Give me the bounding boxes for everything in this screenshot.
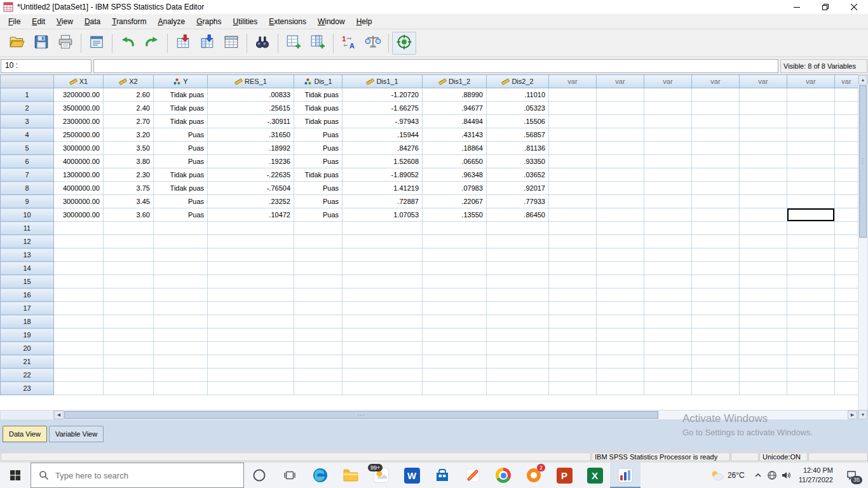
cell[interactable] xyxy=(342,262,423,275)
cell[interactable] xyxy=(644,382,692,395)
cell[interactable] xyxy=(487,342,549,355)
cell[interactable]: 2.60 xyxy=(104,88,154,102)
row-header[interactable]: 12 xyxy=(1,235,54,248)
cell[interactable] xyxy=(549,168,597,182)
cell[interactable] xyxy=(835,248,858,262)
cell[interactable] xyxy=(154,275,208,288)
horizontal-scrollbar[interactable]: ◀ ··· ▶ xyxy=(53,410,858,420)
cell[interactable] xyxy=(208,248,294,262)
cell[interactable]: 3.80 xyxy=(104,155,154,168)
cell[interactable] xyxy=(597,382,644,395)
cell[interactable]: Puas xyxy=(154,142,208,155)
cell[interactable]: .18992 xyxy=(208,142,294,155)
cell[interactable]: .84494 xyxy=(423,115,487,128)
cell-editor[interactable] xyxy=(93,59,778,73)
cell[interactable] xyxy=(423,288,487,302)
cell[interactable]: Tidak puas xyxy=(154,182,208,195)
cell[interactable] xyxy=(597,342,644,355)
cell[interactable] xyxy=(208,382,294,395)
cell[interactable] xyxy=(787,342,835,355)
cell[interactable] xyxy=(740,182,787,195)
cell[interactable] xyxy=(549,329,597,342)
cell[interactable] xyxy=(294,248,342,262)
menu-graphs[interactable]: Graphs xyxy=(191,15,227,29)
cell[interactable] xyxy=(835,115,858,128)
cell[interactable] xyxy=(423,329,487,342)
scroll-left-arrow-icon[interactable]: ◀ xyxy=(54,410,64,419)
vertical-scrollbar[interactable]: ▲ ··· ▼ xyxy=(858,74,868,420)
cell[interactable] xyxy=(549,275,597,288)
cell[interactable]: 3.75 xyxy=(104,182,154,195)
cell[interactable]: 2300000.00 xyxy=(54,115,104,128)
row-header[interactable]: 15 xyxy=(1,275,54,288)
cell[interactable] xyxy=(835,262,858,275)
network-status[interactable] xyxy=(765,463,779,488)
cell[interactable] xyxy=(835,142,858,155)
cell[interactable] xyxy=(644,222,692,235)
tray-overflow-button[interactable] xyxy=(751,463,765,488)
cell[interactable] xyxy=(740,155,787,168)
cell[interactable]: .86450 xyxy=(487,208,549,222)
cell[interactable] xyxy=(294,302,342,315)
cell[interactable] xyxy=(423,275,487,288)
menu-view[interactable]: View xyxy=(51,15,79,29)
cell[interactable] xyxy=(294,369,342,382)
cell[interactable] xyxy=(835,288,858,302)
cell[interactable] xyxy=(644,235,692,248)
cell[interactable] xyxy=(692,355,740,369)
cell[interactable] xyxy=(104,235,154,248)
cell[interactable] xyxy=(342,329,423,342)
cell[interactable]: Puas xyxy=(154,128,208,142)
cell[interactable]: 4000000.00 xyxy=(54,182,104,195)
cell[interactable] xyxy=(208,288,294,302)
tab-data-view[interactable]: Data View xyxy=(3,426,47,442)
cell[interactable] xyxy=(787,195,835,208)
column-header-var[interactable]: var xyxy=(597,75,644,88)
cell[interactable] xyxy=(597,182,644,195)
cell[interactable]: 3500000.00 xyxy=(54,102,104,115)
cell[interactable] xyxy=(597,355,644,369)
cell[interactable] xyxy=(104,369,154,382)
row-header[interactable]: 3 xyxy=(1,115,54,128)
cell[interactable] xyxy=(740,262,787,275)
cell[interactable]: 3.60 xyxy=(104,208,154,222)
cell[interactable] xyxy=(154,342,208,355)
cell[interactable] xyxy=(835,222,858,235)
column-header-var[interactable]: var xyxy=(692,75,740,88)
cell[interactable] xyxy=(740,315,787,329)
cell[interactable]: 4000000.00 xyxy=(54,155,104,168)
cell[interactable] xyxy=(644,288,692,302)
cell[interactable] xyxy=(692,128,740,142)
cell[interactable] xyxy=(740,369,787,382)
cell[interactable] xyxy=(54,235,104,248)
cell[interactable] xyxy=(294,342,342,355)
cell[interactable] xyxy=(692,275,740,288)
vertical-scroll-thumb[interactable]: ··· xyxy=(859,85,867,238)
row-header[interactable]: 6 xyxy=(1,155,54,168)
cell[interactable] xyxy=(692,302,740,315)
cell[interactable] xyxy=(740,342,787,355)
menu-analyze[interactable]: Analyze xyxy=(152,15,191,29)
cell[interactable] xyxy=(597,248,644,262)
row-header[interactable]: 7 xyxy=(1,168,54,182)
cell[interactable] xyxy=(740,382,787,395)
cell[interactable] xyxy=(104,248,154,262)
cell[interactable] xyxy=(549,342,597,355)
cell[interactable]: 2.70 xyxy=(104,115,154,128)
cell[interactable] xyxy=(787,115,835,128)
cell[interactable] xyxy=(54,262,104,275)
cell[interactable] xyxy=(208,262,294,275)
cell[interactable] xyxy=(597,128,644,142)
cell[interactable] xyxy=(597,222,644,235)
cell[interactable]: Puas xyxy=(154,195,208,208)
row-header[interactable]: 17 xyxy=(1,302,54,315)
scroll-right-arrow-icon[interactable]: ▶ xyxy=(848,410,857,419)
cell[interactable] xyxy=(208,329,294,342)
cell[interactable] xyxy=(487,382,549,395)
cell[interactable] xyxy=(597,302,644,315)
cell[interactable] xyxy=(692,155,740,168)
cell[interactable] xyxy=(740,355,787,369)
cell[interactable] xyxy=(423,302,487,315)
print-button[interactable] xyxy=(53,32,78,55)
cell[interactable] xyxy=(597,288,644,302)
